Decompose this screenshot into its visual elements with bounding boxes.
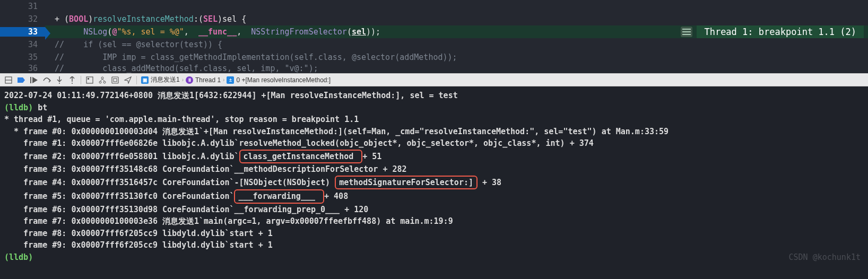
svg-line-13 xyxy=(102,79,105,81)
crumb-frame: 0 +[Man resolveInstanceMethod:] xyxy=(236,76,331,84)
app-icon: ▣ xyxy=(141,76,149,84)
bt-frame-line: frame #6: 0x00007fff35130d98 CoreFoundat… xyxy=(4,204,864,216)
svg-line-12 xyxy=(100,79,102,81)
bt-frame-line: frame #5: 0x00007fff35130fc0 CoreFoundat… xyxy=(4,189,864,204)
svg-point-10 xyxy=(99,81,101,83)
svg-rect-14 xyxy=(112,77,118,83)
code-text: // IMP imp = class_getMethodImplementati… xyxy=(45,53,868,62)
svg-rect-15 xyxy=(114,79,117,82)
code-text: // if (sel == @selector(test)) { xyxy=(45,40,868,49)
code-text: + (BOOL)resolveInstanceMethod:(SEL)sel { xyxy=(45,14,868,24)
thread-icon: ⏸ xyxy=(186,76,193,84)
line-number: 34 xyxy=(0,40,45,49)
highlight-annotation: class_getInstanceMethod xyxy=(239,150,363,164)
svg-point-11 xyxy=(103,81,106,83)
code-line-31: 31 xyxy=(0,0,868,13)
bt-frame-line: frame #2: 0x00007fff6e058801 libobjc.A.d… xyxy=(4,150,864,164)
lldb-prompt-line: (lldb) xyxy=(4,251,864,264)
step-over-icon[interactable] xyxy=(42,76,51,84)
svg-point-9 xyxy=(101,77,103,79)
toggle-panel-icon[interactable] xyxy=(4,76,13,84)
code-line-35: 35 // IMP imp = class_getMethodImplement… xyxy=(0,51,868,64)
code-line-34: 34 // if (sel == @selector(test)) { xyxy=(0,38,868,51)
highlight-annotation: methodSignatureForSelector:] xyxy=(335,176,478,190)
lldb-prompt-line: (lldb) bt xyxy=(4,102,864,114)
step-into-icon[interactable] xyxy=(55,76,64,84)
line-number: 32 xyxy=(0,14,45,24)
bt-frame-line: frame #7: 0x0000000100003e36 消息发送1`main(… xyxy=(4,215,864,228)
bt-frame-line: * frame #0: 0x0000000100003d04 消息发送1`+[M… xyxy=(4,126,864,138)
debug-breadcrumb[interactable]: ▣消息发送1 › ⏸Thread 1 › ±0 +[Man resolveIns… xyxy=(141,75,331,84)
code-line-33-active: 33 NSLog(@"%s, sel = %@", __func__, NSSt… xyxy=(0,25,868,38)
location-icon[interactable] xyxy=(124,76,132,84)
svg-rect-2 xyxy=(30,77,31,83)
memory-graph-icon[interactable] xyxy=(98,76,107,84)
debug-toolbar: ▣消息发送1 › ⏸Thread 1 › ±0 +[Man resolveIns… xyxy=(0,73,868,86)
lldb-console[interactable]: 2022-07-24 01:11:49.772146+0800 消息发送1[64… xyxy=(0,86,868,266)
svg-rect-8 xyxy=(88,78,89,80)
crumb-thread: Thread 1 xyxy=(195,76,221,84)
bt-frame-line: frame #9: 0x00007fff6f205cc9 libdyld.dyl… xyxy=(4,239,864,251)
line-number-active: 33 xyxy=(0,27,45,37)
bt-thread-line: * thread #1, queue = 'com.apple.main-thr… xyxy=(4,114,864,126)
breakpoint-toggle-icon[interactable] xyxy=(17,76,25,84)
bt-frame-line: frame #3: 0x00007fff35148c68 CoreFoundat… xyxy=(4,163,864,176)
hamburger-icon[interactable] xyxy=(681,27,692,37)
bt-frame-line: frame #1: 0x00007fff6e06826e libobjc.A.d… xyxy=(4,137,864,150)
step-out-icon[interactable] xyxy=(68,76,76,84)
code-line-32: 32 + (BOOL)resolveInstanceMethod:(SEL)se… xyxy=(0,13,868,25)
highlight-annotation: ___forwarding___ xyxy=(234,189,324,204)
chevron-right-icon: › xyxy=(223,77,224,83)
chevron-right-icon: › xyxy=(182,77,184,83)
frame-icon: ± xyxy=(227,76,234,84)
line-number: 35 xyxy=(0,53,45,62)
code-text: NSLog(@"%s, sel = %@", __func__, NSStrin… xyxy=(45,25,868,38)
console-log-line: 2022-07-24 01:11:49.772146+0800 消息发送1[64… xyxy=(4,90,864,102)
svg-point-6 xyxy=(72,83,73,84)
code-line-36: 36 // class_addMethod(self.class, sel, i… xyxy=(0,64,868,73)
watermark-text: CSDN @kochunk1t xyxy=(789,251,861,264)
svg-rect-7 xyxy=(86,77,93,83)
debug-view-icon[interactable] xyxy=(85,76,94,84)
code-editor[interactable]: 31 32 + (BOOL)resolveInstanceMethod:(SEL… xyxy=(0,0,868,73)
code-text: // class_addMethod(self.class, sel, imp,… xyxy=(45,64,868,73)
line-number: 31 xyxy=(0,2,45,11)
crumb-app: 消息发送1 xyxy=(151,75,180,84)
screenshot-icon[interactable] xyxy=(111,76,119,84)
continue-icon[interactable] xyxy=(30,76,38,84)
bt-frame-line: frame #4: 0x00007fff3516457c CoreFoundat… xyxy=(4,176,864,190)
svg-point-4 xyxy=(59,83,60,84)
line-number: 36 xyxy=(0,64,45,73)
bt-frame-line: frame #8: 0x00007fff6f205cc9 libdyld.dyl… xyxy=(4,228,864,240)
breakpoint-indicator[interactable]: Thread 1: breakpoint 1.1 (2) xyxy=(697,25,864,38)
